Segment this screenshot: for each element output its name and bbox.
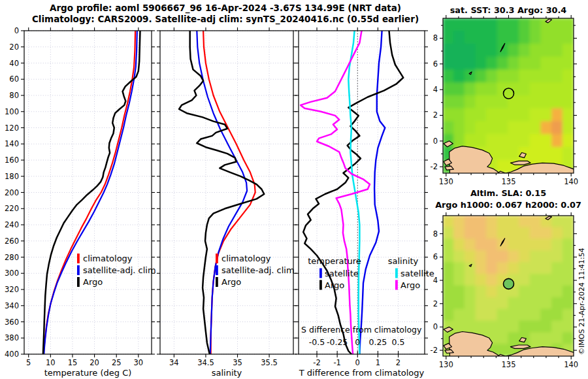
depth-tick-label: 60 xyxy=(9,74,19,84)
difference-panel-legend-label: satellite xyxy=(400,269,434,278)
sla-map: 130135140-202468 xyxy=(431,212,579,369)
difference-panel-legend: temperaturesatelliteArgosalinitysatellit… xyxy=(308,256,434,290)
salinity-panel-legend-marker xyxy=(216,265,218,275)
salinity-panel-grid xyxy=(160,31,293,354)
depth-tick-label: 220 xyxy=(5,204,19,213)
sst-map-lat-label: 8 xyxy=(433,33,438,42)
temperature-panel-xtick-label: 25 xyxy=(112,358,122,367)
sla-map-lat-label: 4 xyxy=(433,276,438,285)
depth-tick-label: 400 xyxy=(5,350,19,359)
depth-tick-label: 260 xyxy=(5,237,19,246)
sdiff-tick-label: -0.5 xyxy=(309,337,325,347)
temperature-panel-legend-marker xyxy=(77,265,80,275)
sdiff-tick-label: 0.5 xyxy=(392,337,405,347)
salinity-panel-legend-label: Argo xyxy=(221,277,241,287)
difference-panel-legend-marker xyxy=(395,269,398,278)
difference-panel-xtick-label: 0 xyxy=(355,358,360,367)
difference-panel-legend-label: Argo xyxy=(400,280,420,290)
difference-panel-xtick-label: -1 xyxy=(333,358,340,367)
sst-map-lon-label: 130 xyxy=(439,177,453,186)
salinity-panel-legend-label: satellite-adj. clim xyxy=(221,265,295,275)
sla-map-argo-position-marker xyxy=(503,278,514,289)
temperature-panel-xlabel: temperature (deg C) xyxy=(44,368,132,378)
difference-panel-legend-label: Argo xyxy=(325,280,344,290)
difference-panel: -2-1012T difference from climatologyS di… xyxy=(295,27,434,378)
sst-map-lat-label: 0 xyxy=(433,137,438,146)
depth-tick-label: 180 xyxy=(5,172,19,181)
sla-map-lat-label: 8 xyxy=(433,229,438,239)
temperature-panel-legend-label: Argo xyxy=(83,277,103,287)
salinity-panel-xtick-label: 35 xyxy=(233,358,242,367)
difference-panel-legend-marker xyxy=(395,280,398,290)
legend-group-title: salinity xyxy=(388,256,419,266)
difference-panel-legend-label: satellite xyxy=(325,269,359,278)
difference-panel-series xyxy=(301,31,403,354)
salinity-panel-legend-marker xyxy=(216,254,218,263)
depth-tick-label: 120 xyxy=(5,124,19,133)
depth-tick-label: 140 xyxy=(5,139,19,148)
sst-map: 130135140-202468 xyxy=(431,15,579,186)
salinity-panel-xtick-label: 34.5 xyxy=(197,358,214,367)
temperature-panel-xtick-label: 15 xyxy=(68,358,78,367)
salinity-panel-legend-label: climatology xyxy=(221,254,271,263)
sla-map-lat-label: -2 xyxy=(431,346,438,355)
salinity-panel-xlabel: salinity xyxy=(212,368,242,378)
depth-tick-label: 80 xyxy=(9,91,19,100)
temperature-panel-xtick-label: 10 xyxy=(46,358,56,367)
difference-panel-xlabel: T difference from climatology xyxy=(299,368,425,378)
depth-tick-label: 300 xyxy=(5,269,19,278)
sla-map-lat-label: 2 xyxy=(433,299,438,308)
figure-canvas: 5101520253002040608010012014016018020022… xyxy=(0,0,588,379)
depth-tick-label: 0 xyxy=(14,26,19,35)
sla-map-lon-label: 135 xyxy=(502,360,516,369)
temperature-panel-legend-marker xyxy=(77,254,80,263)
temperature-panel-xtick-label: 30 xyxy=(134,358,144,367)
difference-panel-legend-marker xyxy=(319,280,322,290)
depth-tick-label: 40 xyxy=(9,59,19,68)
depth-tick-label: 280 xyxy=(5,253,19,262)
depth-tick-label: 340 xyxy=(5,301,19,310)
difference-panel-xtick-label: 2 xyxy=(396,358,400,367)
argo-profile-figure: Argo profile: aoml 5906667_96 16-Apr-202… xyxy=(0,0,588,379)
salinity-panel-series-satellite-adj-clim xyxy=(197,31,247,354)
depth-tick-label: 380 xyxy=(5,333,19,342)
legend-group-title: temperature xyxy=(308,256,361,266)
sst-map-lat-label: 2 xyxy=(433,110,438,120)
depth-tick-label: 200 xyxy=(5,188,19,197)
difference-panel-xtick-label: -2 xyxy=(313,358,320,367)
sst-map-lon-label: 135 xyxy=(502,177,516,186)
sdiff-tick-label: 0.25 xyxy=(368,337,387,347)
temperature-panel: 5101520253002040608010012014016018020022… xyxy=(5,26,156,378)
sla-map-lat-label: 0 xyxy=(433,322,438,331)
depth-tick-label: 160 xyxy=(5,156,19,165)
depth-tick-label: 360 xyxy=(5,318,19,327)
sla-map-lat-label: 6 xyxy=(433,252,438,261)
temperature-panel-legend-marker xyxy=(77,277,80,287)
temperature-panel-legend: climatologysatellite-adj. climArgo xyxy=(77,254,156,287)
sla-map-lon-label: 130 xyxy=(439,360,453,369)
sst-map-lat-label: 6 xyxy=(433,59,438,69)
sst-map-lon-label: 140 xyxy=(564,177,578,186)
sdiff-axis-label: S difference from climatology xyxy=(301,325,422,335)
depth-tick-label: 100 xyxy=(5,107,19,116)
temperature-panel-xtick-label: 20 xyxy=(90,358,99,367)
salinity-panel-xtick-label: 35.5 xyxy=(261,358,278,367)
depth-tick-label: 320 xyxy=(5,285,19,294)
salinity-panel: 3434.53535.5salinityclimatologysatellite… xyxy=(157,27,297,378)
salinity-panel-xtick-label: 34 xyxy=(169,358,179,367)
salinity-panel-legend-marker xyxy=(216,277,218,287)
depth-tick-label: 240 xyxy=(5,220,19,229)
difference-panel-legend-marker xyxy=(319,269,322,278)
sdiff-tick-label: -0.25 xyxy=(327,337,348,347)
depth-tick-label: 20 xyxy=(9,42,19,52)
sla-map-lon-label: 140 xyxy=(564,360,578,369)
sdiff-tick-label: 0 xyxy=(355,337,360,347)
temperature-panel-legend-label: satellite-adj. clim xyxy=(83,265,156,275)
difference-panel-xtick-label: 1 xyxy=(376,358,380,367)
sst-map-lat-label: 4 xyxy=(433,85,438,94)
temperature-panel-xtick-label: 5 xyxy=(26,358,31,367)
temperature-panel-legend-label: climatology xyxy=(83,254,133,263)
salinity-panel-legend: climatologysatellite-adj. climArgo xyxy=(216,254,295,287)
sst-map-lat-label: -2 xyxy=(431,162,438,171)
